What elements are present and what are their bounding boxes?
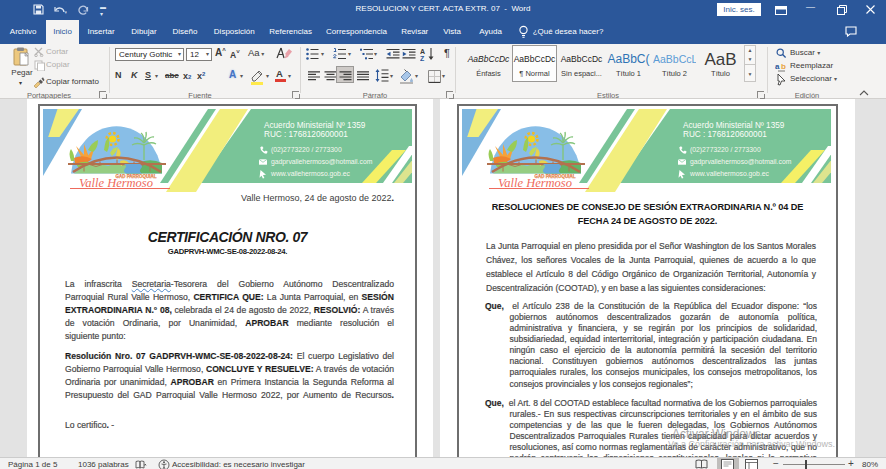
svg-text:Z: Z: [420, 55, 425, 62]
svg-text:gadprvallehermoso@hotmail.com: gadprvallehermoso@hotmail.com: [271, 158, 373, 166]
svg-text:b: b: [781, 62, 786, 71]
svg-text:Valle Hermoso: Valle Hermoso: [498, 176, 572, 190]
svg-text:www.vallehermoso.gob.ec: www.vallehermoso.gob.ec: [689, 170, 770, 178]
svg-text:RUC : 1768120600001: RUC : 1768120600001: [683, 130, 767, 139]
svg-text:Acuerdo Ministerial Nº 1359: Acuerdo Ministerial Nº 1359: [264, 121, 366, 130]
svg-text:Valle Hermoso: Valle Hermoso: [79, 176, 153, 190]
svg-text:Acuerdo Ministerial Nº 1359: Acuerdo Ministerial Nº 1359: [683, 121, 785, 130]
svg-text:www.vallehermoso.gob.ec: www.vallehermoso.gob.ec: [270, 170, 351, 178]
svg-text:A: A: [420, 48, 425, 55]
svg-text:RUC : 1768120600001: RUC : 1768120600001: [264, 130, 348, 139]
svg-text:a: a: [775, 62, 780, 71]
svg-text:(02)2773220 / 2773300: (02)2773220 / 2773300: [690, 146, 761, 154]
svg-text:gadprvallehermoso@hotmail.com: gadprvallehermoso@hotmail.com: [690, 158, 792, 166]
svg-text:(02)2773220 / 2773300: (02)2773220 / 2773300: [271, 146, 342, 154]
